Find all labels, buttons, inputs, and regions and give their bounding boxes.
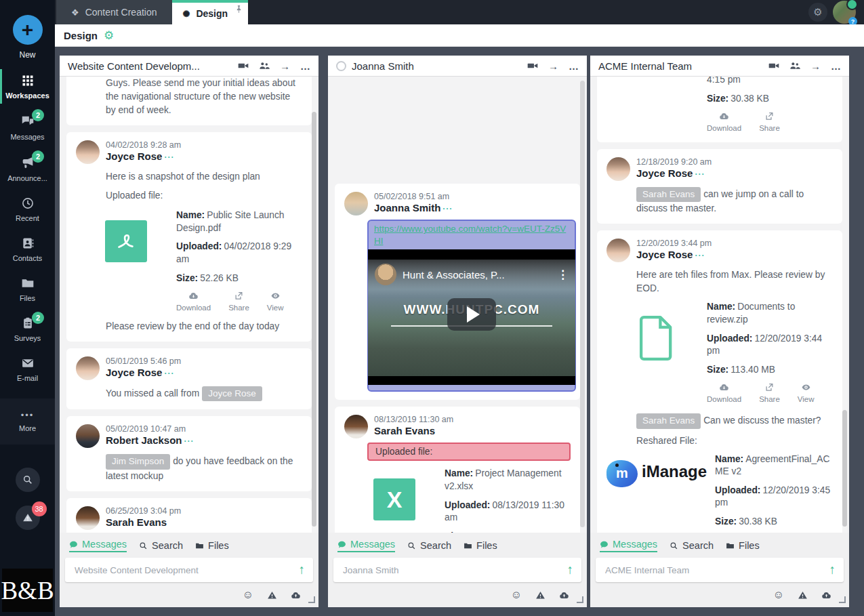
resize-handle[interactable] bbox=[577, 596, 583, 603]
sidebar-item-announcements[interactable]: 2 Announce... bbox=[0, 148, 55, 189]
share-button[interactable]: Share bbox=[228, 291, 249, 314]
scrollbar-thumb[interactable] bbox=[580, 81, 585, 527]
video-call-icon[interactable] bbox=[238, 60, 249, 71]
pin-icon[interactable] bbox=[234, 5, 243, 14]
video-call-icon[interactable] bbox=[768, 60, 779, 71]
avatar[interactable] bbox=[344, 192, 368, 215]
download-button[interactable]: Download bbox=[707, 111, 741, 134]
upload-icon[interactable] bbox=[821, 590, 831, 600]
author-more-icon[interactable]: ··· bbox=[164, 369, 174, 378]
message-list[interactable]: 4:15 pm Size:30.38 KB Download Share 12/… bbox=[590, 77, 849, 533]
user-avatar[interactable]: ? bbox=[833, 1, 856, 24]
tab-messages[interactable]: Messages bbox=[600, 539, 657, 552]
sidebar-item-files[interactable]: Files bbox=[0, 269, 55, 309]
tab-search[interactable]: Search bbox=[407, 540, 451, 551]
avatar[interactable] bbox=[344, 415, 368, 438]
video-more-icon[interactable]: ⋮ bbox=[557, 268, 569, 282]
message-input[interactable] bbox=[342, 564, 567, 576]
tab-messages[interactable]: Messages bbox=[69, 539, 127, 552]
author-more-icon[interactable]: ··· bbox=[443, 204, 453, 213]
message-list[interactable]: Guys. Please send me your initial ideas … bbox=[60, 77, 318, 533]
tab-search[interactable]: Search bbox=[139, 540, 183, 551]
send-icon[interactable]: ↑ bbox=[567, 562, 574, 577]
avatar[interactable] bbox=[606, 239, 630, 262]
message-input[interactable] bbox=[604, 564, 829, 576]
tab-design[interactable]: ✺ Design bbox=[172, 0, 249, 24]
share-button[interactable]: Share bbox=[759, 111, 780, 134]
send-icon[interactable]: ↑ bbox=[299, 562, 306, 577]
video-title[interactable]: Hunt & Associates, P... bbox=[403, 269, 551, 281]
message-author[interactable]: Joyce Rose··· bbox=[636, 167, 712, 179]
message-author[interactable]: Joyce Rose··· bbox=[106, 367, 181, 378]
send-icon[interactable]: ↑ bbox=[829, 562, 836, 577]
message-author[interactable]: Sarah Evans bbox=[106, 516, 181, 528]
sidebar-item-workspaces[interactable]: Workspaces bbox=[0, 66, 55, 106]
share-button[interactable]: Share bbox=[759, 382, 780, 405]
panel-title[interactable]: Website Content Developm... bbox=[68, 60, 238, 72]
scrollbar-thumb[interactable] bbox=[842, 410, 847, 527]
emoji-icon[interactable]: ☺ bbox=[243, 590, 253, 600]
zip-file-icon[interactable] bbox=[638, 314, 675, 362]
author-more-icon[interactable]: ··· bbox=[164, 152, 174, 162]
tab-content-creation[interactable]: ❖ Content Creation bbox=[56, 0, 172, 24]
message-author[interactable]: Sarah Evans bbox=[374, 425, 453, 436]
mention-pill[interactable]: Sarah Evans bbox=[636, 187, 701, 203]
message-input[interactable] bbox=[73, 564, 299, 576]
author-more-icon[interactable]: ··· bbox=[184, 436, 194, 446]
upload-icon[interactable] bbox=[559, 590, 569, 600]
plus-icon[interactable]: + bbox=[13, 15, 43, 45]
more-icon[interactable]: … bbox=[300, 61, 310, 71]
page-settings-gear-icon[interactable]: ⚙ bbox=[104, 28, 114, 43]
company-logo[interactable]: B&B bbox=[2, 569, 53, 612]
sidebar-alerts-button[interactable]: 38 bbox=[16, 506, 40, 530]
message-author[interactable]: Joanna Smith··· bbox=[374, 202, 453, 213]
pdf-file-icon[interactable] bbox=[105, 220, 147, 262]
message-list[interactable]: 05/02/2018 9:51 am Joanna Smith··· https… bbox=[328, 77, 587, 533]
alert-icon[interactable] bbox=[535, 590, 546, 600]
forward-icon[interactable]: → bbox=[810, 61, 821, 71]
members-icon[interactable] bbox=[259, 60, 270, 71]
forward-icon[interactable]: → bbox=[548, 61, 558, 71]
youtube-link[interactable]: https://www.youtube.com/watch?v=wEUT-Zz5… bbox=[374, 223, 569, 247]
scrollbar-thumb[interactable] bbox=[312, 112, 316, 527]
sidebar-item-email[interactable]: E-mail bbox=[0, 349, 55, 398]
sidebar-search-button[interactable] bbox=[16, 468, 40, 492]
view-button[interactable]: View bbox=[798, 382, 815, 405]
forward-icon[interactable]: → bbox=[280, 61, 290, 71]
download-button[interactable]: Download bbox=[176, 291, 211, 314]
new-button[interactable]: + New bbox=[0, 15, 55, 60]
message-author[interactable]: Robert Jackson··· bbox=[106, 434, 194, 446]
avatar[interactable] bbox=[606, 157, 630, 181]
mention-pill[interactable]: Sarah Evans bbox=[636, 413, 701, 429]
settings-button[interactable]: ⚙ bbox=[808, 3, 827, 22]
excel-file-icon[interactable]: X bbox=[373, 478, 415, 520]
emoji-icon[interactable]: ☺ bbox=[773, 590, 784, 600]
mention-pill[interactable]: Joyce Rose bbox=[202, 386, 262, 402]
avatar[interactable] bbox=[76, 424, 100, 448]
more-icon[interactable]: … bbox=[569, 61, 579, 71]
author-more-icon[interactable]: ··· bbox=[695, 251, 705, 260]
sidebar-item-messages[interactable]: 2 Messages bbox=[0, 106, 55, 148]
sidebar-item-surveys[interactable]: 2 Surveys bbox=[0, 309, 55, 349]
tab-search[interactable]: Search bbox=[670, 540, 714, 551]
download-button[interactable]: Download bbox=[707, 382, 741, 405]
resize-handle[interactable] bbox=[839, 596, 846, 603]
mention-pill[interactable]: Jim Simpson bbox=[106, 454, 170, 470]
video-embed[interactable]: Hunt & Associates, P... ⋮ WWW.HUNTPC.COM bbox=[368, 249, 575, 385]
sidebar-item-more[interactable]: ••• More bbox=[0, 403, 55, 439]
message-author[interactable]: Joyce Rose··· bbox=[106, 150, 181, 162]
imanage-logo[interactable]: m iManage bbox=[606, 453, 715, 533]
alert-icon[interactable] bbox=[267, 590, 277, 600]
alert-icon[interactable] bbox=[798, 590, 808, 600]
members-icon[interactable] bbox=[789, 60, 800, 71]
resize-handle[interactable] bbox=[308, 596, 315, 603]
tab-messages[interactable]: Messages bbox=[337, 539, 395, 552]
tab-files[interactable]: Files bbox=[464, 540, 497, 551]
avatar[interactable] bbox=[76, 506, 100, 530]
avatar[interactable] bbox=[76, 140, 100, 164]
tab-files[interactable]: Files bbox=[195, 540, 229, 551]
emoji-icon[interactable]: ☺ bbox=[511, 590, 522, 600]
message-author[interactable]: Joyce Rose··· bbox=[636, 249, 712, 260]
more-icon[interactable]: … bbox=[831, 61, 841, 71]
sidebar-item-contacts[interactable]: Contacts bbox=[0, 229, 55, 269]
